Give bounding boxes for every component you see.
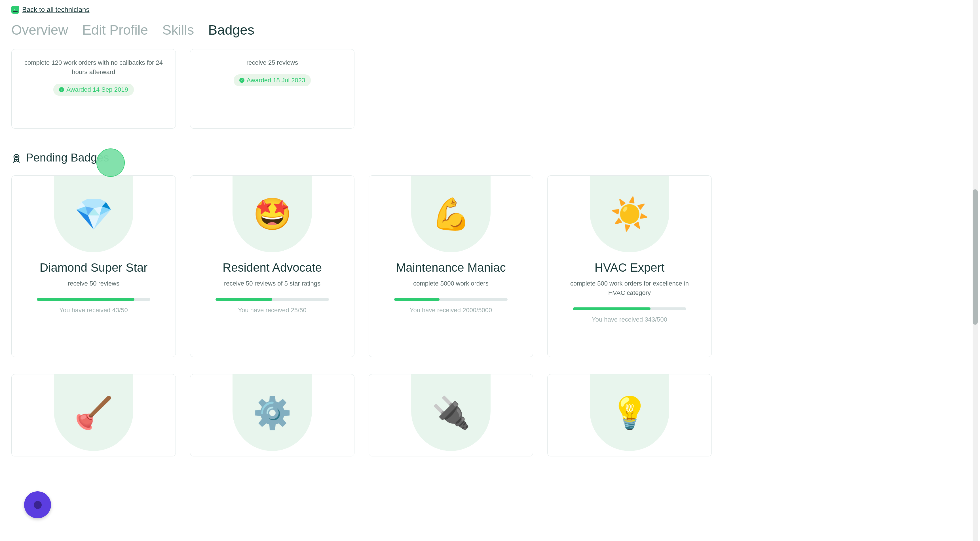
awarded-badge-card: complete 120 work orders with no callbac… bbox=[11, 49, 176, 129]
badge-desc: complete 120 work orders with no callbac… bbox=[23, 58, 164, 77]
progress-bar bbox=[215, 298, 329, 301]
badge-title: Resident Advocate bbox=[202, 261, 343, 274]
badge-desc: receive 50 reviews of 5 star ratings bbox=[202, 279, 343, 288]
badge-desc: receive 25 reviews bbox=[202, 58, 343, 67]
star-icon: 🤩 bbox=[232, 176, 312, 252]
fab-dot-icon bbox=[34, 501, 42, 509]
awarded-date: Awarded 14 Sep 2019 bbox=[66, 86, 128, 93]
progress-text: You have received 25/50 bbox=[202, 306, 343, 314]
badge-title: Diamond Super Star bbox=[23, 261, 164, 274]
progress-bar bbox=[37, 298, 150, 301]
plug-icon: 🔌 bbox=[411, 374, 490, 451]
badge-title: HVAC Expert bbox=[559, 261, 700, 274]
pending-badge-card: 🔌 bbox=[369, 374, 533, 456]
bottom-badges-row: 🪠 ⚙️ 🔌 💡 bbox=[11, 374, 969, 456]
back-arrow-icon: ← bbox=[11, 6, 19, 14]
progress-text: You have received 43/50 bbox=[23, 306, 164, 314]
plunger-icon: 🪠 bbox=[54, 374, 133, 451]
badge-desc: complete 5000 work orders bbox=[380, 279, 522, 288]
progress-fill bbox=[573, 307, 651, 310]
pending-badge-card: 🪠 bbox=[11, 374, 176, 456]
help-fab-button[interactable] bbox=[24, 492, 51, 518]
diamond-icon: 💎 bbox=[54, 176, 133, 252]
back-link[interactable]: ← Back to all technicians bbox=[11, 6, 89, 14]
check-icon: ✓ bbox=[59, 87, 64, 92]
pending-badges-grid: 💎 Diamond Super Star receive 50 reviews … bbox=[11, 176, 969, 357]
pending-badge-card: 💡 bbox=[547, 374, 712, 456]
bulb-icon: 💡 bbox=[590, 374, 669, 451]
pending-badge-card: ⚙️ bbox=[190, 374, 355, 456]
progress-text: You have received 343/500 bbox=[559, 316, 700, 323]
awarded-pill: ✓ Awarded 14 Sep 2019 bbox=[53, 84, 134, 96]
progress-bar bbox=[394, 298, 508, 301]
awarded-badges-row: complete 120 work orders with no callbac… bbox=[11, 49, 969, 129]
awarded-date: Awarded 18 Jul 2023 bbox=[247, 77, 305, 84]
sun-icon: ☀️ bbox=[590, 176, 669, 252]
tab-badges[interactable]: Badges bbox=[208, 22, 255, 38]
check-icon: ✓ bbox=[239, 78, 245, 83]
selection-indicator bbox=[96, 148, 125, 177]
pending-section-header: Pending Badges bbox=[11, 151, 969, 164]
pending-badge-card: 💎 Diamond Super Star receive 50 reviews … bbox=[11, 176, 176, 357]
svg-point-1 bbox=[15, 156, 18, 158]
progress-fill bbox=[37, 298, 134, 301]
tab-edit-profile[interactable]: Edit Profile bbox=[82, 22, 148, 38]
pending-badge-card: ☀️ HVAC Expert complete 500 work orders … bbox=[547, 176, 712, 357]
tab-overview[interactable]: Overview bbox=[11, 22, 68, 38]
scrollbar[interactable] bbox=[973, 0, 978, 541]
tab-skills[interactable]: Skills bbox=[162, 22, 194, 38]
scrollbar-thumb[interactable] bbox=[973, 189, 978, 325]
progress-fill bbox=[394, 298, 439, 301]
progress-bar bbox=[573, 307, 686, 310]
tabs-nav: Overview Edit Profile Skills Badges bbox=[11, 22, 969, 38]
progress-text: You have received 2000/5000 bbox=[380, 306, 522, 314]
gear-icon: ⚙️ bbox=[232, 374, 312, 451]
progress-fill bbox=[215, 298, 272, 301]
badge-ribbon-icon bbox=[11, 153, 22, 163]
awarded-pill: ✓ Awarded 18 Jul 2023 bbox=[234, 74, 311, 86]
muscle-icon: 💪 bbox=[411, 176, 490, 252]
badge-desc: complete 500 work orders for excellence … bbox=[559, 279, 700, 297]
pending-badge-card: 💪 Maintenance Maniac complete 5000 work … bbox=[369, 176, 533, 357]
back-link-text: Back to all technicians bbox=[22, 6, 89, 14]
awarded-badge-card: receive 25 reviews ✓ Awarded 18 Jul 2023 bbox=[190, 49, 355, 129]
badge-title: Maintenance Maniac bbox=[380, 261, 522, 274]
pending-badge-card: 🤩 Resident Advocate receive 50 reviews o… bbox=[190, 176, 355, 357]
badge-desc: receive 50 reviews bbox=[23, 279, 164, 288]
